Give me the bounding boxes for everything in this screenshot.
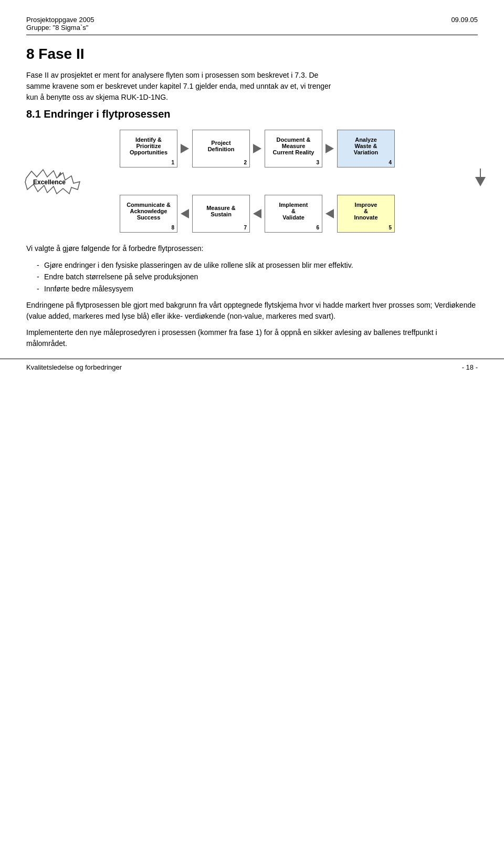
paragraph-2: Endringene på flytprosessen ble gjort me… (26, 300, 478, 322)
arrow-6-5 (322, 209, 337, 218)
section-heading: 8 Fase II (26, 46, 478, 62)
bullet-item-2: Endre batch størrelsene på selve produks… (37, 271, 478, 282)
arrow-7-6 (250, 209, 265, 218)
diagram-row1: Identify &PrioritizeOpportunities 1 Proj… (26, 130, 488, 167)
arrow-8-7 (177, 209, 192, 218)
bullet-item-3: Innførte bedre målesysyem (37, 283, 478, 295)
flow-box-8: Communicate &AcknowledgeSuccess 8 (120, 195, 177, 233)
flow-box-1: Identify &PrioritizeOpportunities 1 (120, 130, 177, 167)
arrow-3-4 (322, 144, 337, 153)
group-name: Gruppe: "8 Sigma`s" (26, 24, 94, 32)
intro-paragraph: Fase II av prosjektet er ment for analys… (26, 70, 478, 103)
subsection-heading: 8.1 Endringer i flytprosessen (26, 108, 478, 120)
bullet-list: Gjøre endringer i den fysiske plassering… (37, 259, 478, 295)
header-date: 09.09.05 (451, 16, 478, 32)
bullet-item-1: Gjøre endringer i den fysiske plassering… (37, 259, 478, 271)
arrow-2-3 (250, 144, 265, 153)
svg-text:Excellence: Excellence (33, 179, 66, 186)
flow-box-7: Measure &Sustain 7 (192, 195, 250, 233)
flow-box-4: AnalyzeWaste &Variation 4 (337, 130, 395, 167)
flow-box-3: Document &MeasureCurrent Reality 3 (265, 130, 322, 167)
diagram-row2: Communicate &AcknowledgeSuccess 8 Measur… (26, 195, 488, 233)
flow-diagram: Identify &PrioritizeOpportunities 1 Proj… (26, 130, 488, 233)
body-intro: Vi valgte å gjøre følgende for å forbedr… (26, 243, 478, 254)
paragraph-3: Implementerte den nye måleprosedyren i p… (26, 327, 478, 349)
header-left: Prosjektoppgave 2005 Gruppe: "8 Sigma`s" (26, 16, 94, 32)
down-arrow-connector (475, 169, 486, 186)
starburst-svg: Excellence (21, 169, 83, 195)
arrow-1-2 (177, 144, 192, 153)
footer-right: - 18 - (462, 363, 478, 371)
project-title: Prosjektoppgave 2005 (26, 16, 94, 24)
flow-box-5: Improve&Innovate 5 (337, 195, 395, 233)
page-header: Prosjektoppgave 2005 Gruppe: "8 Sigma`s"… (26, 16, 478, 35)
footer-left: Kvalitetsledelse og forbedringer (26, 363, 122, 371)
between-rows-connector: Excellence (26, 167, 488, 195)
page-footer: Kvalitetsledelse og forbedringer - 18 - (0, 359, 504, 375)
page: Prosjektoppgave 2005 Gruppe: "8 Sigma`s"… (0, 0, 504, 386)
arrow-down-icon (475, 177, 486, 186)
flow-box-2: ProjectDefinition 2 (192, 130, 250, 167)
flow-box-6: Implement&Validate 6 (265, 195, 322, 233)
excellence-star: Excellence (21, 169, 83, 196)
